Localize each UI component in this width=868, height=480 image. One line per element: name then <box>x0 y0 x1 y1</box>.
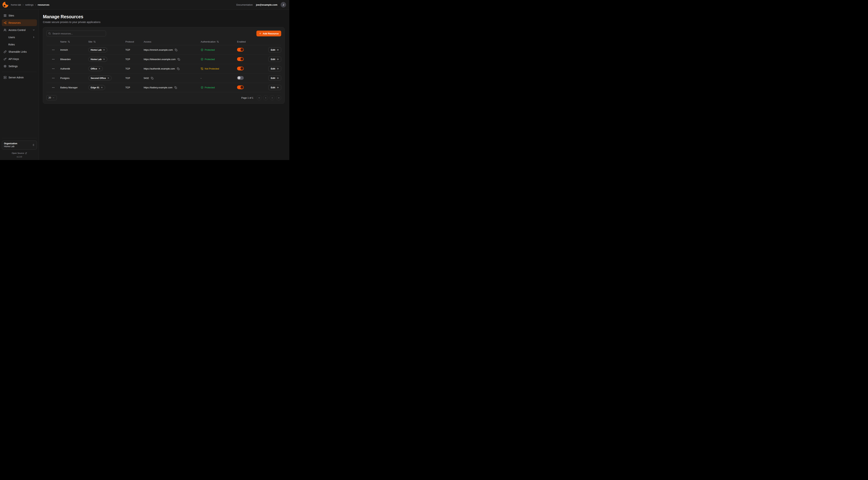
row-menu-button[interactable] <box>51 48 56 52</box>
resource-name: Immich <box>60 49 88 51</box>
next-page-button[interactable] <box>270 95 275 100</box>
add-resource-button[interactable]: Add Resource <box>256 31 281 36</box>
sidebar-item-sites[interactable]: Sites <box>2 12 37 19</box>
arrow-right-icon <box>277 67 279 70</box>
open-source-link[interactable]: Open Source <box>2 152 37 154</box>
search-icon <box>48 32 51 35</box>
documentation-link[interactable]: Documentation <box>236 3 253 6</box>
row-menu-button[interactable] <box>51 66 56 71</box>
resource-protocol: TCP <box>125 77 144 80</box>
version-label: v1.3.0 <box>2 156 37 158</box>
edit-button[interactable]: Edit <box>268 57 281 62</box>
header-name-sort[interactable]: Name <box>60 40 88 43</box>
user-email[interactable]: joe@example.com <box>256 3 277 6</box>
copy-button[interactable] <box>174 86 177 89</box>
sidebar-item-roles[interactable]: Roles <box>2 41 37 48</box>
table-row: Immich Home Lab TCP https://immich.examp… <box>46 45 281 55</box>
auth-label: Protected <box>205 49 215 51</box>
edit-button[interactable]: Edit <box>268 66 281 71</box>
sites-grid-icon <box>4 14 6 17</box>
sidebar-item-label: Settings <box>8 65 18 68</box>
page-size-select[interactable]: 20 <box>46 95 57 100</box>
enabled-toggle[interactable] <box>237 57 244 61</box>
site-label: Home Lab <box>91 49 101 51</box>
sidebar-item-access-control[interactable]: Access Control <box>2 27 37 33</box>
site-link-button[interactable]: Home Lab <box>88 57 107 62</box>
enabled-toggle[interactable] <box>237 76 244 80</box>
first-page-button[interactable] <box>256 95 262 100</box>
previous-page-button[interactable] <box>263 95 268 100</box>
open-source-label: Open Source <box>12 152 24 154</box>
sidebar-item-shareable-links[interactable]: Shareable Links <box>2 48 37 55</box>
site-label: Second Office <box>91 77 106 80</box>
site-link-button[interactable]: Second Office <box>88 76 112 81</box>
auth-status: Protected <box>201 86 237 89</box>
sidebar-item-resources[interactable]: Resources <box>2 19 37 26</box>
copy-button[interactable] <box>151 77 154 80</box>
sidebar-item-users[interactable]: Users <box>2 34 37 40</box>
row-menu-button[interactable] <box>51 76 56 80</box>
header-site-sort[interactable]: Site <box>88 40 125 43</box>
app-logo-icon[interactable] <box>3 2 8 8</box>
row-menu-button[interactable] <box>51 57 56 62</box>
edit-button[interactable]: Edit <box>268 47 281 53</box>
site-link-button[interactable]: Edge 01 <box>88 85 105 90</box>
site-label: Edge 01 <box>91 86 99 89</box>
table-row: Bitwarden Home Lab TCP https://bitwarden… <box>46 55 281 64</box>
sidebar-item-server-admin[interactable]: Server Admin <box>2 74 37 81</box>
table-footer: 20 Page 1 of 1 <box>46 92 281 100</box>
table-row: Battery Manager Edge 01 TCP https://batt… <box>46 83 281 92</box>
key-icon <box>4 58 6 60</box>
organization-selector[interactable]: Organization Home Lab <box>2 141 37 150</box>
shield-off-icon <box>201 67 204 70</box>
site-link-button[interactable]: Office <box>88 66 103 71</box>
table-row: Postgres Second Office TCP 5432 - Edit <box>46 73 281 83</box>
gear-icon <box>4 65 6 68</box>
breadcrumb: home-lab › settings › resources <box>11 3 50 6</box>
chevron-left-icon <box>265 97 267 99</box>
site-link-button[interactable]: Home Lab <box>88 48 107 52</box>
resource-name: Bitwarden <box>60 58 88 61</box>
auth-label: Not Protected <box>205 67 219 70</box>
last-page-button[interactable] <box>276 95 281 100</box>
copy-button[interactable] <box>175 48 178 52</box>
site-label: Home Lab <box>91 58 101 61</box>
sidebar-item-label: Users <box>8 36 15 39</box>
enabled-toggle[interactable] <box>237 85 244 89</box>
sidebar-item-api-keys[interactable]: API Keys <box>2 56 37 62</box>
copy-button[interactable] <box>177 67 180 70</box>
search-input[interactable] <box>46 31 106 36</box>
enabled-toggle[interactable] <box>237 48 244 52</box>
sidebar-item-settings[interactable]: Settings <box>2 63 37 69</box>
sort-icon <box>68 40 70 43</box>
resources-workflow-icon <box>4 21 6 24</box>
topbar-right: Documentation joe@example.com J <box>236 2 286 7</box>
sidebar-item-label: Roles <box>8 43 15 46</box>
resource-protocol: TCP <box>125 58 144 61</box>
arrow-right-icon <box>277 77 279 79</box>
access-url: https://immich.example.com <box>144 49 173 51</box>
header-authentication-sort[interactable]: Authentication <box>201 40 237 43</box>
row-menu-button[interactable] <box>51 85 56 90</box>
copy-icon <box>177 67 180 70</box>
sidebar-item-label: Resources <box>8 21 21 24</box>
chevrons-left-icon <box>258 97 260 99</box>
copy-button[interactable] <box>177 58 180 61</box>
header-enabled: Enabled <box>237 40 259 43</box>
sidebar-item-label: Sites <box>8 14 14 17</box>
avatar[interactable]: J <box>281 2 286 7</box>
ellipsis-icon <box>52 77 55 80</box>
breadcrumb-item[interactable]: home-lab <box>11 3 21 6</box>
edit-button[interactable]: Edit <box>268 76 281 81</box>
breadcrumb-item-current[interactable]: resources <box>38 3 50 6</box>
link-icon <box>4 50 6 53</box>
resource-name: Authentik <box>60 67 88 70</box>
shield-check-icon <box>201 86 204 89</box>
breadcrumb-item[interactable]: settings <box>25 3 34 6</box>
breadcrumb-separator: › <box>35 3 36 6</box>
external-link-icon <box>101 87 103 89</box>
edit-button[interactable]: Edit <box>268 85 281 90</box>
server-icon <box>4 76 6 79</box>
enabled-toggle[interactable] <box>237 67 244 70</box>
sidebar-item-label: Shareable Links <box>8 50 27 53</box>
